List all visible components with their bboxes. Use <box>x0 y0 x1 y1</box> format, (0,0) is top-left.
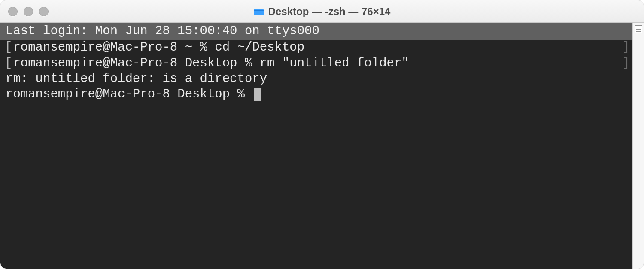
bracket-close-icon: ] <box>623 40 630 55</box>
bracket-close-icon: ] <box>623 56 630 71</box>
folder-icon <box>254 7 264 16</box>
prompt-text: romansempire@Mac-Pro-8 Desktop % <box>13 56 259 70</box>
cursor-block-icon <box>254 88 261 101</box>
prompt-text: romansempire@Mac-Pro-8 ~ % <box>13 40 215 54</box>
command-text: cd ~/Desktop <box>215 40 304 54</box>
minimize-button[interactable] <box>24 7 33 16</box>
bracket-open-icon: [ <box>5 40 12 54</box>
terminal-output: rm: untitled folder: is a directory <box>0 71 632 87</box>
terminal-current-prompt-line[interactable]: romansempire@Mac-Pro-8 Desktop % <box>0 87 632 102</box>
terminal-buffer: Last login: Mon Jun 28 15:00:40 on ttys0… <box>0 23 632 106</box>
scroll-marker-icon[interactable] <box>635 25 642 33</box>
close-button[interactable] <box>8 7 18 16</box>
terminal-area[interactable]: Last login: Mon Jun 28 15:00:40 on ttys0… <box>0 23 632 269</box>
window-body: Last login: Mon Jun 28 15:00:40 on ttys0… <box>0 23 644 269</box>
vertical-scrollbar[interactable] <box>632 23 644 269</box>
command-text: rm "untitled folder" <box>260 56 409 70</box>
window-title-text: Desktop — -zsh — 76×14 <box>268 6 391 18</box>
terminal-line: [romansempire@Mac-Pro-8 Desktop % rm "un… <box>0 56 632 71</box>
bracket-open-icon: [ <box>5 56 12 70</box>
traffic-lights <box>8 0 49 22</box>
terminal-last-login: Last login: Mon Jun 28 15:00:40 on ttys0… <box>0 23 632 40</box>
terminal-window: Desktop — -zsh — 76×14 Last login: Mon J… <box>0 0 644 269</box>
zoom-button[interactable] <box>39 7 49 16</box>
window-title: Desktop — -zsh — 76×14 <box>254 6 391 18</box>
terminal-line: [romansempire@Mac-Pro-8 ~ % cd ~/Desktop… <box>0 40 632 55</box>
current-prompt-text: romansempire@Mac-Pro-8 Desktop % <box>6 87 252 101</box>
window-titlebar[interactable]: Desktop — -zsh — 76×14 <box>0 0 644 23</box>
